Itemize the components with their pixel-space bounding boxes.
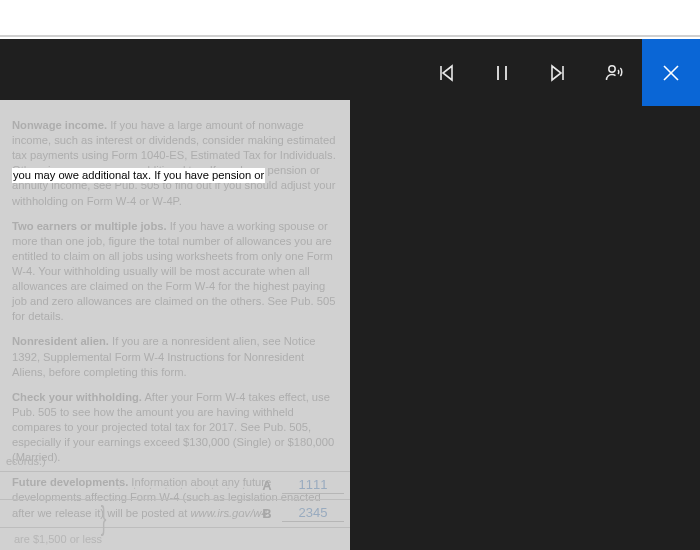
read-aloud-highlight: you may owe additional tax. If you have … (12, 168, 265, 183)
prev-button[interactable] (418, 39, 474, 106)
close-button[interactable] (642, 39, 700, 106)
pause-button[interactable] (474, 39, 530, 106)
voice-settings-button[interactable] (586, 39, 642, 106)
svg-marker-1 (443, 66, 452, 80)
svg-point-6 (609, 65, 615, 71)
window-top-strip (0, 0, 700, 37)
next-button[interactable] (530, 39, 586, 106)
svg-marker-4 (552, 66, 561, 80)
document-panel: Nonwage income. If you have a large amou… (0, 100, 350, 550)
immersive-reader-stage: Nonwage income. If you have a large amou… (0, 39, 700, 550)
reader-controls (418, 39, 700, 106)
